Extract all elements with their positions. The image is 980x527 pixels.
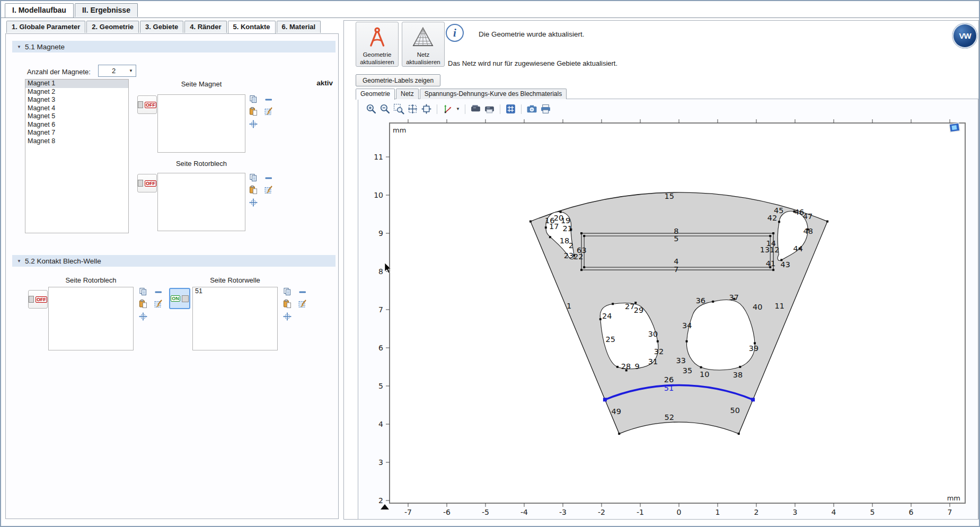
geometry-status-message: Die Geometrie wurde aktualisiert. (479, 30, 585, 38)
copy-icon[interactable] (249, 173, 258, 182)
step-tab-2-geometrie[interactable]: 2. Geometrie (86, 21, 139, 33)
update-mesh-button[interactable]: Netz aktualisieren (402, 22, 445, 67)
svg-text:0: 0 (677, 508, 682, 516)
chevron-down-icon[interactable]: ▼ (456, 107, 460, 111)
paste-icon[interactable] (138, 299, 148, 309)
paste-icon[interactable] (249, 185, 258, 195)
zoom-selection-icon[interactable] (249, 198, 258, 207)
main-tab-ii-ergebnisse[interactable]: II. Ergebnisse (75, 3, 138, 17)
geometry-label-40: 40 (753, 303, 762, 311)
grid-icon[interactable] (505, 103, 516, 115)
remove-icon[interactable] (154, 287, 163, 297)
zoom-selection-icon[interactable] (138, 312, 148, 321)
svg-text:mm: mm (393, 126, 406, 134)
geometry-label-15: 15 (665, 192, 674, 200)
section-header-kontakt[interactable]: ▼ 5.2 Kontakt Blech-Welle (12, 255, 336, 267)
magnet-list[interactable]: Magnet 1Magnet 2Magnet 3Magnet 4Magnet 5… (25, 79, 129, 233)
mesh-status-message: Das Netz wird nur für zugewiesene Gebiet… (448, 59, 617, 67)
update-geometry-button[interactable]: Geometrie aktualisieren (356, 22, 399, 67)
side-rotorblech-toggle[interactable]: OFF (137, 174, 157, 192)
svg-text:6: 6 (909, 508, 914, 516)
svg-text:10: 10 (374, 191, 383, 199)
clear-selection-icon[interactable] (264, 107, 273, 116)
cutout-pocket-right[interactable] (686, 300, 755, 370)
geometry-label-26: 26 (664, 375, 674, 384)
geometry-label-31: 31 (648, 357, 658, 366)
copy-icon[interactable] (138, 287, 148, 296)
axis-orientation-icon[interactable] (442, 103, 453, 115)
side-magnet-toggle[interactable]: OFF (137, 95, 157, 114)
kontakt-rotorwelle-selection-list[interactable]: 51 (192, 287, 278, 350)
selected-boundary-item[interactable]: 51 (193, 287, 277, 296)
magnet-list-item[interactable]: Magnet 5 (25, 112, 128, 121)
clear-selection-icon[interactable] (154, 299, 163, 309)
export-image-alt-icon[interactable] (484, 103, 495, 115)
svg-text:mm: mm (947, 494, 960, 502)
view-tab-netz[interactable]: Netz (396, 89, 419, 99)
show-geometry-labels-button[interactable]: Geometrie-Labels zeigen (356, 74, 440, 86)
geometry-label-21: 21 (563, 224, 572, 233)
kontakt-rotorblech-toggle[interactable]: OFF (28, 290, 48, 309)
clear-selection-icon[interactable] (298, 299, 307, 309)
copy-icon[interactable] (282, 287, 292, 296)
print-icon[interactable] (540, 103, 551, 115)
plot-corner-image-icon[interactable] (949, 123, 960, 132)
kontakt-rotorblech-selection-list[interactable] (48, 287, 134, 350)
paste-icon[interactable] (249, 107, 258, 116)
kontakt-rotorwelle-toggle[interactable]: ON (169, 288, 190, 309)
toolbar-separator (521, 104, 522, 114)
remove-icon[interactable] (264, 95, 273, 104)
geometry-label-28: 28 (621, 362, 631, 371)
zoom-extents-icon[interactable] (407, 103, 418, 115)
zoom-box-icon[interactable] (393, 103, 404, 115)
geometry-label-38: 38 (733, 371, 743, 379)
geometry-label-5: 5 (674, 234, 678, 243)
zoom-in-icon[interactable] (366, 103, 377, 115)
fit-window-icon[interactable] (421, 103, 432, 115)
magnet-list-item[interactable]: Magnet 4 (25, 104, 128, 113)
checkbox-icon (138, 101, 143, 108)
app-window: I. ModellaufbauII. Ergebnisse 1. Globale… (0, 0, 980, 527)
geometry-plot-canvas[interactable]: -7-6-5-4-3-2-101234567234567891011mmmm15… (358, 99, 979, 520)
geometry-label-42: 42 (767, 214, 777, 222)
side-magnet-selection-list[interactable] (157, 94, 245, 153)
snapshot-camera-icon[interactable] (526, 103, 537, 115)
remove-icon[interactable] (298, 287, 307, 297)
svg-text:6: 6 (378, 344, 383, 352)
view-tab-spannungs-dehnungs-kurve-des-blechmaterials[interactable]: Spannungs-Dehnungs-Kurve des Blechmateri… (420, 89, 567, 99)
geometry-label-17: 17 (549, 222, 559, 231)
main-tab-bar: I. ModellaufbauII. Ergebnisse (5, 3, 138, 17)
side-rotorblech-selection-list[interactable] (157, 173, 245, 231)
paste-icon[interactable] (282, 299, 292, 309)
step-tab-4-ränder[interactable]: 4. Ränder (184, 21, 226, 33)
remove-icon[interactable] (264, 173, 273, 183)
side-magnet-icon-column (249, 94, 276, 135)
export-image-icon[interactable] (470, 103, 481, 115)
copy-icon[interactable] (249, 94, 258, 104)
svg-text:-4: -4 (520, 508, 528, 516)
svg-text:11: 11 (374, 153, 383, 161)
zoom-selection-icon[interactable] (282, 312, 292, 321)
step-tab-1-globale-parameter[interactable]: 1. Globale Parameter (6, 21, 85, 33)
step-tab-6-material[interactable]: 6. Material (277, 21, 321, 33)
section-header-magnete[interactable]: ▼ 5.1 Magnete (12, 41, 336, 52)
main-tab-i-modellaufbau[interactable]: I. Modellaufbau (5, 3, 74, 17)
step-tab-5-kontakte[interactable]: 5. Kontakte (228, 21, 276, 33)
view-tab-geometrie[interactable]: Geometrie (356, 89, 395, 100)
magnet-list-item[interactable]: Magnet 1 (25, 80, 128, 88)
clear-selection-icon[interactable] (264, 185, 273, 195)
svg-text:-7: -7 (404, 508, 412, 516)
step-tab-3-gebiete[interactable]: 3. Gebiete (140, 21, 183, 33)
geometry-label-22: 22 (573, 252, 583, 261)
magnet-list-item[interactable]: Magnet 6 (25, 121, 128, 129)
geometry-label-11: 11 (775, 302, 784, 310)
magnet-list-item[interactable]: Magnet 7 (25, 129, 128, 137)
magnet-list-item[interactable]: Magnet 2 (25, 88, 128, 96)
magnet-list-item[interactable]: Magnet 8 (25, 137, 128, 146)
geometry-label-44: 44 (793, 244, 803, 253)
zoom-selection-icon[interactable] (249, 119, 258, 129)
zoom-out-icon[interactable] (379, 103, 391, 115)
magnet-list-item[interactable]: Magnet 3 (25, 96, 128, 104)
svg-text:8: 8 (378, 267, 383, 276)
magnet-count-select[interactable]: 2 ▼ (98, 65, 136, 77)
